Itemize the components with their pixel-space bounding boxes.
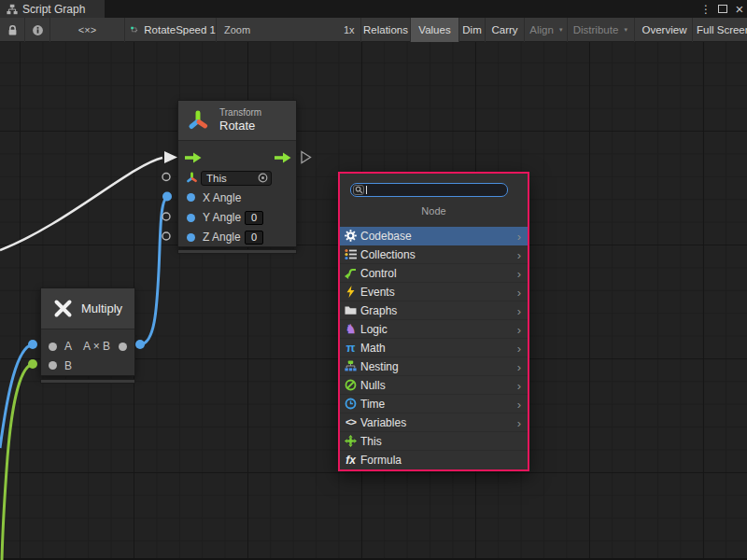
chevron-down-icon: ▼: [623, 27, 628, 33]
script-graph-window: Script Graph ⋮ × <×>: [0, 0, 747, 560]
folder-icon: [345, 304, 357, 316]
rotate-node-header[interactable]: Transform Rotate: [178, 101, 296, 141]
node-multiply[interactable]: Multiply A A × B B: [40, 287, 135, 376]
code-view-button[interactable]: <×>: [50, 18, 125, 42]
this-object-field[interactable]: This: [201, 171, 272, 186]
a-input-port[interactable]: [49, 343, 57, 351]
node-title: Multiply: [81, 301, 122, 315]
chevron-right-icon: ›: [517, 360, 521, 372]
y-angle-label: Y Angle: [203, 211, 241, 224]
control-flow-icon: [345, 267, 357, 279]
control-output-edge-port[interactable]: [302, 152, 311, 163]
control-output-arrow-icon[interactable]: [275, 152, 291, 163]
fuzzy-finder-popup: Node Codeba: [338, 172, 529, 471]
x-angle-edge-port-connected[interactable]: [162, 192, 172, 202]
b-wire-endpoint[interactable]: [28, 359, 37, 369]
y-angle-value-field[interactable]: 0: [245, 211, 263, 225]
item-label: Nesting: [360, 360, 399, 373]
tab-bar: Script Graph ⋮ ×: [0, 0, 747, 18]
b-input-port[interactable]: [49, 361, 57, 370]
y-angle-port[interactable]: [187, 214, 195, 222]
finder-item-control[interactable]: Control ›: [340, 264, 528, 283]
finder-item-this[interactable]: This: [340, 432, 528, 451]
finder-item-graphs[interactable]: Graphs ›: [340, 301, 528, 320]
control-flow-row: [178, 147, 296, 167]
object-picker-icon[interactable]: [258, 173, 268, 183]
a-input-wire[interactable]: [0, 344, 33, 448]
knight-icon: ♞: [345, 323, 357, 335]
relations-label: Relations: [363, 24, 408, 35]
finder-item-math[interactable]: π Math ›: [340, 339, 528, 357]
values-toggle[interactable]: Values: [411, 18, 459, 42]
fullscreen-label: Full Screen: [697, 24, 747, 35]
z-angle-port[interactable]: [187, 233, 195, 242]
search-input[interactable]: [367, 184, 507, 196]
x-angle-port[interactable]: [187, 193, 195, 202]
node-transform-rotate[interactable]: Transform Rotate: [177, 100, 297, 247]
finder-item-codebase[interactable]: Codebase ›: [340, 227, 528, 245]
item-label: Math: [360, 342, 386, 355]
multiply-to-x-angle-wire[interactable]: [140, 197, 168, 345]
item-label: Variables: [360, 416, 406, 429]
result-output-port[interactable]: [119, 343, 127, 351]
dim-toggle[interactable]: Dim: [459, 18, 486, 42]
search-box[interactable]: [350, 183, 508, 197]
info-button[interactable]: [25, 18, 50, 42]
x-angle-row: X Angle: [178, 188, 296, 207]
finder-item-nulls[interactable]: Nulls ›: [340, 376, 528, 395]
finder-item-variables[interactable]: <> Variables ›: [340, 413, 528, 432]
gear-icon: [345, 230, 357, 242]
z-angle-edge-port[interactable]: [162, 232, 170, 240]
carry-toggle[interactable]: Carry: [486, 18, 525, 42]
code-icon: <×>: [78, 24, 96, 35]
finder-item-collections[interactable]: Collections ›: [340, 245, 528, 264]
overview-button[interactable]: Overview: [637, 18, 693, 42]
finder-item-formula[interactable]: fx Formula: [340, 451, 528, 469]
z-angle-value-field[interactable]: 0: [245, 231, 263, 245]
finder-item-events[interactable]: Events ›: [340, 283, 528, 301]
graph-name: RotateSpeed 1: [144, 24, 216, 35]
item-label: Logic: [360, 323, 388, 336]
align-dropdown[interactable]: Align ▼: [527, 18, 568, 42]
finder-item-time[interactable]: Time ›: [340, 395, 528, 413]
toolbar: <×> RotateSpeed 1 Zoom 1x Relations Valu…: [0, 18, 747, 42]
b-label: B: [64, 359, 72, 372]
close-button[interactable]: ×: [732, 0, 747, 18]
lock-button[interactable]: [0, 18, 25, 42]
values-label: Values: [418, 24, 450, 35]
window-menu-button[interactable]: ⋮: [699, 0, 712, 18]
control-input-arrow-icon[interactable]: [185, 152, 202, 163]
graph-canvas[interactable]: Transform Rotate: [0, 42, 747, 560]
a-wire-endpoint[interactable]: [28, 340, 37, 349]
clock-icon: [345, 398, 357, 410]
kebab-menu-icon: ⋮: [700, 3, 712, 16]
z-angle-label: Z Angle: [203, 231, 241, 244]
relations-toggle[interactable]: Relations: [360, 18, 411, 42]
distribute-dropdown[interactable]: Distribute ▼: [568, 18, 635, 42]
multiply-node-footer: [40, 379, 135, 384]
chevron-right-icon: ›: [517, 398, 521, 410]
lightning-icon: [345, 286, 357, 298]
tab-script-graph[interactable]: Script Graph: [0, 0, 105, 18]
item-label: Formula: [360, 454, 402, 467]
dim-label: Dim: [462, 24, 481, 35]
finder-list: Codebase › Collections ›: [340, 227, 528, 469]
multiply-node-header[interactable]: Multiply: [41, 288, 134, 329]
b-input-wire[interactable]: [2, 364, 33, 560]
finder-item-logic[interactable]: ♞ Logic ›: [340, 320, 528, 339]
maximize-icon: [718, 5, 727, 13]
control-wire[interactable]: [0, 158, 162, 250]
this-edge-port[interactable]: [162, 174, 170, 181]
pi-icon: π: [345, 342, 357, 354]
fullscreen-button[interactable]: Full Screen: [693, 18, 747, 42]
chevron-right-icon: ›: [517, 416, 521, 428]
distribute-label: Distribute: [573, 24, 619, 35]
multiply-b-row: B: [41, 357, 134, 375]
x-angle-label: X Angle: [203, 191, 241, 204]
multiply-out-endpoint[interactable]: [135, 340, 145, 349]
y-angle-edge-port[interactable]: [162, 213, 170, 220]
finder-item-nesting[interactable]: Nesting ›: [340, 357, 528, 376]
item-label: This: [360, 435, 382, 448]
maximize-button[interactable]: [715, 0, 730, 18]
graph-breadcrumb-button[interactable]: RotateSpeed 1: [125, 18, 217, 42]
